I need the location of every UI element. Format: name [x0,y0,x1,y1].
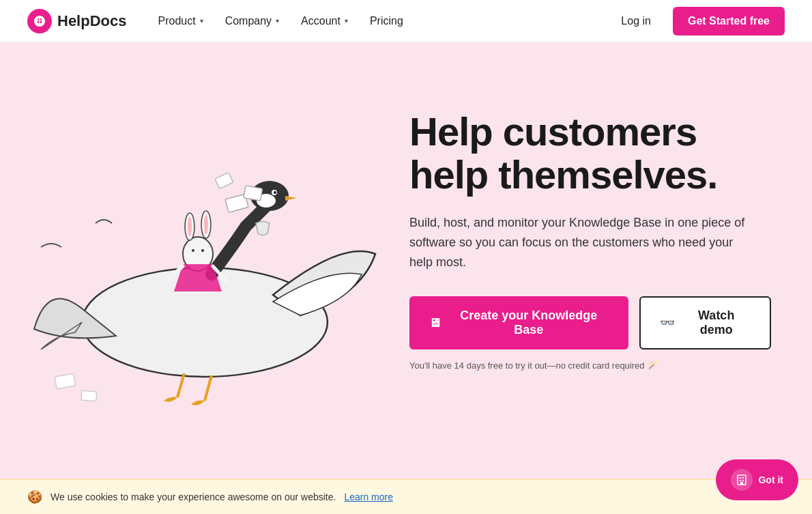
svg-point-4 [274,191,276,194]
nav-item-product[interactable]: Product ▾ [148,10,212,33]
svg-rect-37 [740,477,741,479]
svg-rect-17 [244,186,263,201]
hero-buttons: 🖥 Create your Knowledge Base 👓 Watch dem… [409,296,771,349]
nav-links: Product ▾ Company ▾ Account ▾ Pricing [148,10,412,33]
login-button[interactable]: Log in [610,10,662,33]
svg-rect-18 [215,173,233,189]
hero-subtext: Build, host, and monitor your Knowledge … [409,213,751,272]
chevron-down-icon: ▾ [345,17,348,25]
monitor-icon: 🖥 [429,316,441,330]
logo-icon [27,9,52,33]
hero-section: Help customers help themselves. Build, h… [0,42,812,438]
navbar-right: Log in Get Started free [610,7,785,35]
svg-rect-40 [742,480,744,481]
chevron-down-icon: ▾ [200,17,203,25]
svg-line-6 [205,375,212,401]
svg-line-5 [177,373,184,397]
cookie-banner: 🍪 We use cookies to make your experience… [0,479,812,514]
svg-rect-20 [81,390,97,401]
cookie-learn-more-link[interactable]: Learn more [344,491,393,502]
nav-item-account[interactable]: Account ▾ [291,10,358,33]
logo[interactable]: HelpDocs [27,9,126,33]
got-it-label: Got it [758,474,783,485]
svg-point-10 [188,217,192,236]
nav-item-pricing[interactable]: Pricing [360,10,413,33]
svg-rect-41 [740,482,743,485]
hero-disclaimer: You'll have 14 days free to try it out—n… [409,360,771,371]
navbar-left: HelpDocs Product ▾ Company ▾ Account ▾ P… [27,9,413,33]
svg-point-11 [204,215,208,234]
svg-rect-19 [55,373,76,389]
svg-point-13 [201,249,204,252]
navbar: HelpDocs Product ▾ Company ▾ Account ▾ P… [0,0,812,42]
get-started-button[interactable]: Get Started free [673,7,785,35]
logo-svg [33,14,46,28]
svg-point-12 [192,249,194,252]
nav-item-company[interactable]: Company ▾ [216,10,289,33]
building-icon [731,469,753,491]
svg-rect-38 [742,477,744,479]
svg-rect-39 [740,480,741,481]
watch-demo-button[interactable]: 👓 Watch demo [639,296,771,349]
create-kb-button[interactable]: 🖥 Create your Knowledge Base [409,296,628,349]
goose-illustration-svg [14,90,396,418]
glasses-icon: 👓 [660,315,675,330]
cookie-text: We use cookies to make your experience a… [50,491,336,502]
cookie-emoji: 🍪 [27,489,42,504]
hero-headline: Help customers help themselves. [409,110,771,197]
hero-illustration [27,90,382,418]
got-it-button[interactable]: Got it [716,459,798,500]
logo-text: HelpDocs [57,12,126,30]
chevron-down-icon: ▾ [276,17,279,25]
hero-content: Help customers help themselves. Build, h… [382,110,771,399]
